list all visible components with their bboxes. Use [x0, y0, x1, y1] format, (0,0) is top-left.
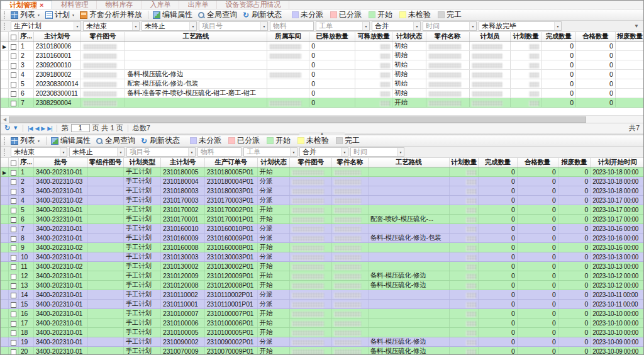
table-row[interactable]: 43400-202310-02手工计划23101700032310170003P… — [1, 196, 644, 205]
table-row[interactable]: 183400-202310-01手工计划23101000052310100005… — [1, 328, 644, 337]
row-checkbox[interactable] — [11, 340, 16, 346]
row-checkbox[interactable] — [11, 82, 16, 87]
table-row[interactable]: 323092000100初始00 — [1, 60, 644, 70]
table-row[interactable]: 143400-202310-01手工计划23101100022310110002… — [1, 290, 644, 300]
table-row[interactable]: ▶123101800060初始00 — [1, 42, 644, 51]
filter-combo[interactable]: 物料 — [270, 21, 314, 31]
combo-caret-icon[interactable]: ▼ — [74, 22, 80, 30]
table-row[interactable]: 163400-202310-01手工计划23101000072310100007… — [1, 309, 644, 318]
page-number-input[interactable] — [71, 124, 90, 132]
column-header[interactable]: 计划状态 — [392, 32, 426, 42]
toolbar-button[interactable]: ↻刷新状态 — [140, 135, 180, 146]
filter-combo[interactable]: 合并▼ — [372, 21, 421, 31]
row-checkbox[interactable] — [11, 227, 16, 232]
column-header[interactable]: 完成数量 — [541, 32, 576, 42]
filter-combo[interactable]: 工单▼ — [243, 147, 297, 157]
row-checkbox[interactable] — [11, 189, 16, 194]
tab[interactable]: 出库单 — [179, 1, 217, 9]
table-row[interactable]: 73400-202310-01手工计划23101600102310160010P… — [1, 224, 644, 234]
row-checkbox[interactable] — [11, 293, 16, 298]
filter-combo[interactable]: 生产计划▼ — [11, 21, 81, 31]
combo-caret-icon[interactable]: ▼ — [260, 22, 267, 30]
toolbar-button[interactable]: 齐套分析并释放 — [80, 9, 142, 20]
table-row[interactable]: 203400-202310-01手工计划23100700092310070009… — [1, 347, 644, 355]
column-header[interactable]: 零件图号 — [80, 32, 125, 42]
column-header[interactable]: 已释放数量 — [309, 32, 355, 42]
filter-combo[interactable]: 时间▼ — [423, 21, 477, 31]
column-header[interactable]: 报废数量 — [558, 158, 591, 167]
table-row[interactable]: 83400-202310-01手工计划23101600092310160009P… — [1, 234, 644, 243]
next-page-button[interactable]: ▶ — [41, 125, 45, 132]
prev-page-button[interactable]: ◀ — [35, 125, 38, 132]
scroll-left-icon[interactable]: ◀ — [1, 116, 9, 123]
filter-combo[interactable]: 工单▼ — [316, 21, 370, 31]
filter-funnel-icon[interactable]: ▼ — [634, 23, 639, 29]
row-checkbox[interactable] — [11, 101, 16, 106]
column-header[interactable]: 序... — [18, 158, 33, 167]
table-row[interactable]: 123400-202310-01手工计划23101200092310120009… — [1, 271, 644, 281]
row-checkbox[interactable] — [11, 245, 16, 251]
column-header[interactable]: 计划开始时间 — [591, 158, 644, 167]
row-checkbox[interactable] — [11, 44, 16, 50]
filter-combo[interactable]: 物料 — [197, 147, 242, 157]
row-checkbox[interactable] — [11, 274, 16, 279]
refresh-icon[interactable]: ↻ — [4, 125, 10, 132]
column-header[interactable]: 所属车间 — [267, 32, 309, 42]
filter-combo[interactable]: 项目号▼ — [199, 21, 268, 31]
combo-caret-icon[interactable]: ▼ — [117, 148, 124, 156]
table-row[interactable]: 5202308300014配套-模压硫化-修边-包装0初始00 — [1, 79, 644, 89]
column-header[interactable]: 可释放数量 — [355, 32, 392, 42]
row-checkbox[interactable] — [11, 321, 16, 327]
table-row[interactable]: 193400-202310-01手工计划23100900022310090002… — [1, 337, 644, 347]
toolbar-button[interactable]: 全局查询 — [96, 135, 135, 146]
toolbar-button[interactable]: ↻刷新状态 — [242, 9, 282, 20]
combo-caret-icon[interactable]: ▼ — [60, 148, 67, 156]
column-header[interactable]: 报废数量 — [615, 32, 644, 42]
filter-combo[interactable]: 未终止▼ — [69, 147, 125, 157]
column-header[interactable]: 合格数量 — [517, 158, 558, 167]
table-row[interactable]: 223101600010初始00 — [1, 51, 644, 60]
panel-splitter[interactable]: ▲ — [1, 133, 643, 135]
row-checkbox[interactable] — [11, 217, 16, 223]
row-checkbox[interactable] — [11, 179, 16, 185]
column-header[interactable]: 计划类型 — [123, 158, 160, 167]
toolbar-button[interactable]: 列表▼ — [11, 135, 40, 146]
filter-combo[interactable]: 未终止▼ — [142, 21, 197, 31]
toolbar-button[interactable]: 全局查询 — [197, 9, 237, 20]
row-checkbox[interactable] — [11, 208, 16, 213]
table-row[interactable]: 42309180002备料-模压硫化-修边0初始00 — [1, 70, 644, 79]
select-all-checkbox[interactable] — [11, 35, 16, 40]
combo-caret-icon[interactable]: ▼ — [469, 22, 476, 30]
tab[interactable]: 物料库存 — [97, 1, 142, 9]
combo-caret-icon[interactable]: ▼ — [132, 22, 139, 30]
table-row[interactable]: 103400-202310-01手工计划23101300032310130003… — [1, 252, 644, 262]
combo-caret-icon[interactable]: ▼ — [188, 148, 195, 156]
row-checkbox[interactable] — [11, 349, 16, 355]
row-checkbox[interactable] — [11, 255, 16, 261]
filter-combo[interactable]: 时间▼ — [350, 147, 404, 157]
toolbar-button[interactable]: 编辑属性 — [51, 135, 91, 146]
row-checkbox[interactable] — [11, 91, 16, 97]
toolbar-button[interactable]: 计划▼ — [45, 9, 75, 20]
column-header[interactable]: 计划状态 — [257, 158, 290, 167]
row-checkbox[interactable] — [11, 54, 16, 59]
tab[interactable]: 入库单 — [142, 1, 179, 9]
toolbar-button[interactable]: 列表▼ — [11, 9, 40, 20]
row-checkbox[interactable] — [11, 330, 16, 336]
row-checkbox[interactable] — [11, 312, 16, 317]
column-header[interactable]: 合格数量 — [575, 32, 615, 42]
row-checkbox[interactable] — [11, 72, 16, 78]
column-header[interactable]: 工艺路线 — [368, 158, 449, 167]
filter-combo[interactable]: 未释放完毕▼ — [479, 21, 562, 31]
filter-combo[interactable]: 合并▼ — [299, 147, 348, 157]
row-checkbox[interactable] — [11, 198, 16, 204]
column-header[interactable]: 零件名称 — [426, 32, 469, 42]
tab[interactable]: 材料管理 — [52, 1, 97, 9]
table-row[interactable]: 6202308300011备料-准备零件-喷砂-模压硫化-钳工-磨工-钳工0初始… — [1, 89, 644, 98]
last-page-button[interactable]: ▶| — [47, 125, 52, 132]
column-header[interactable]: 批号 — [33, 158, 87, 167]
combo-caret-icon[interactable]: ▼ — [397, 148, 404, 156]
row-checkbox[interactable] — [11, 264, 16, 270]
filter-combo[interactable]: 未结束▼ — [83, 21, 140, 31]
column-header[interactable]: 计划员 — [469, 32, 510, 42]
